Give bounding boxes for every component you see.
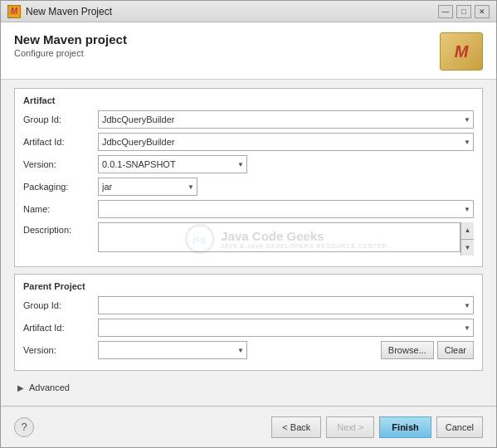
packaging-combo-wrapper: jar xyxy=(98,178,197,196)
next-button[interactable]: Next > xyxy=(326,416,374,438)
header-text: New Maven project Configure project xyxy=(14,32,127,58)
parent-group-id-row: Group Id: xyxy=(23,296,474,314)
description-area-wrapper: ▲ ▼ jcg Java Code Geeks JAVA & JAVA DEVE… xyxy=(98,222,474,256)
parent-section-title: Parent Project xyxy=(23,281,474,291)
artifact-id-row: Artifact Id: JdbcQueryBuilder xyxy=(23,133,474,151)
advanced-row[interactable]: ▶ Advanced xyxy=(14,377,483,397)
group-id-combo-wrapper: JdbcQueryBuilder xyxy=(98,110,474,129)
page-subtitle: Configure project xyxy=(14,48,127,58)
help-button[interactable]: ? xyxy=(14,417,34,437)
back-button[interactable]: < Back xyxy=(271,416,321,438)
parent-section: Parent Project Group Id: Artifact Id: xyxy=(14,274,483,371)
version-combo-wrapper: 0.0.1-SNAPSHOT xyxy=(98,155,247,173)
name-row: Name: xyxy=(23,200,474,218)
artifact-id-combo[interactable]: JdbcQueryBuilder xyxy=(98,133,474,151)
minimize-button[interactable]: — xyxy=(438,5,453,18)
version-row: Version: 0.0.1-SNAPSHOT xyxy=(23,155,474,173)
scroll-up-button[interactable]: ▲ xyxy=(461,222,474,240)
restore-button[interactable]: □ xyxy=(456,5,471,18)
artifact-id-combo-wrapper: JdbcQueryBuilder xyxy=(98,133,474,151)
parent-group-id-combo[interactable] xyxy=(98,296,474,314)
version-combo[interactable]: 0.0.1-SNAPSHOT xyxy=(98,155,247,173)
name-combo-wrapper xyxy=(98,200,474,218)
parent-version-combo[interactable] xyxy=(98,341,247,359)
finish-button[interactable]: Finish xyxy=(379,416,431,438)
packaging-label: Packaging: xyxy=(23,182,98,192)
artifact-id-label: Artifact Id: xyxy=(23,137,98,147)
name-label: Name: xyxy=(23,204,98,214)
parent-artifact-id-row: Artifact Id: xyxy=(23,319,474,337)
artifact-section-title: Artifact xyxy=(23,95,474,105)
parent-version-label: Version: xyxy=(23,345,98,355)
window-title: New Maven Project xyxy=(26,6,112,17)
description-label: Description: xyxy=(23,222,98,235)
parent-version-row: Version: Browse... Clear xyxy=(23,341,474,359)
footer-right: < Back Next > Finish Cancel xyxy=(271,416,483,438)
parent-version-actions: Browse... Clear xyxy=(247,341,474,359)
expand-icon: ▶ xyxy=(17,383,24,392)
description-scrollbar: ▲ ▼ xyxy=(460,222,474,256)
packaging-row: Packaging: jar xyxy=(23,178,474,196)
footer: ? < Back Next > Finish Cancel xyxy=(1,406,496,447)
maven-logo: M xyxy=(440,32,483,71)
content-area: Artifact Group Id: JdbcQueryBuilder Arti… xyxy=(1,80,496,406)
description-row: Description: ▲ ▼ jcg Java Code Geeks JAV… xyxy=(23,222,474,256)
version-label: Version: xyxy=(23,159,98,169)
scroll-down-button[interactable]: ▼ xyxy=(461,240,474,256)
close-button[interactable]: ✕ xyxy=(475,5,490,18)
titlebar-left: M New Maven Project xyxy=(7,5,112,18)
parent-artifact-id-combo-wrapper xyxy=(98,319,474,337)
artifact-section: Artifact Group Id: JdbcQueryBuilder Arti… xyxy=(14,88,483,267)
group-id-label: Group Id: xyxy=(23,114,98,124)
parent-artifact-id-label: Artifact Id: xyxy=(23,323,98,333)
parent-artifact-id-combo[interactable] xyxy=(98,319,474,337)
group-id-combo[interactable]: JdbcQueryBuilder xyxy=(98,110,474,129)
name-combo[interactable] xyxy=(98,200,474,218)
description-input[interactable] xyxy=(98,222,460,252)
header: New Maven project Configure project M xyxy=(1,22,496,80)
parent-group-id-label: Group Id: xyxy=(23,300,98,310)
titlebar: M New Maven Project — □ ✕ xyxy=(1,1,496,22)
main-window: M New Maven Project — □ ✕ New Maven proj… xyxy=(0,0,497,448)
parent-group-id-combo-wrapper xyxy=(98,296,474,314)
browse-button[interactable]: Browse... xyxy=(381,341,434,359)
footer-left: ? xyxy=(14,417,34,437)
window-icon: M xyxy=(7,5,21,18)
titlebar-buttons: — □ ✕ xyxy=(438,5,490,18)
page-title: New Maven project xyxy=(14,32,127,46)
clear-button[interactable]: Clear xyxy=(437,341,474,359)
cancel-button[interactable]: Cancel xyxy=(436,416,483,438)
group-id-row: Group Id: JdbcQueryBuilder xyxy=(23,110,474,129)
parent-version-combo-wrapper xyxy=(98,341,247,359)
packaging-combo[interactable]: jar xyxy=(98,178,197,196)
advanced-label: Advanced xyxy=(29,382,70,392)
